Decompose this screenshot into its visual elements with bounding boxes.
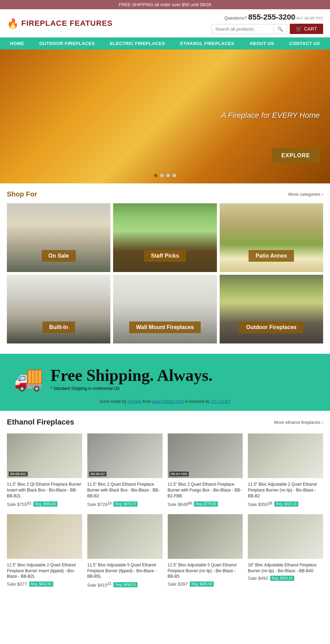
reg-price-badge: Reg. $452.50 [29, 581, 53, 587]
credit-site-link[interactable]: www.flaticon.com [152, 399, 184, 404]
truck-icon: 🚚 [14, 364, 44, 392]
flame-icon: 🔥 [7, 18, 19, 29]
category-label-builtin: Built-In [42, 321, 75, 333]
product-image [168, 514, 243, 559]
nav-outdoor[interactable]: OUTDOOR FIREPLACES [32, 37, 102, 49]
search-form[interactable]: 🔍 [211, 24, 287, 34]
shipping-heading: Free Shipping. Always. [51, 366, 212, 385]
sale-price: Sale $377 [7, 581, 27, 587]
category-patio[interactable]: Patio Annex [220, 203, 323, 272]
shipping-credit: Icons made by Freepik from www.flaticon.… [14, 399, 316, 404]
nav-home[interactable]: HOME [2, 37, 32, 49]
banner-text: FREE SHIPPING all order over $50 until 0… [119, 2, 211, 7]
product-card[interactable]: 11.5" Bloc Adjustable 2 Quart Ethanol Fi… [7, 514, 82, 588]
sale-price: Sale $397 [168, 581, 188, 587]
main-nav: HOME OUTDOOR FIREPLACES ELECTRIC FIREPLA… [0, 37, 330, 49]
shipping-note: * Standard Shipping in continental US [51, 386, 212, 391]
search-input[interactable] [212, 24, 274, 34]
sale-price: Sale $492 [248, 576, 268, 581]
credit-license-link[interactable]: CC 3.0 BY [211, 399, 230, 404]
hero-banner: A Fireplace for EVERY Home EXPLORE [0, 49, 330, 183]
dot-3[interactable] [166, 174, 170, 177]
sale-price: Sale $64999 [168, 501, 192, 507]
logo-text: Fireplace Features [21, 19, 113, 28]
hero-tagline: A Fireplace for EVERY Home [221, 111, 320, 120]
phone-number: 855-255-3200 [248, 13, 295, 21]
category-staff-picks[interactable]: Staff Picks [113, 203, 217, 272]
hero-dots [154, 174, 176, 177]
category-builtin[interactable]: Built-In [7, 275, 110, 343]
product-prices: Sale $72819Reg. $873.79 [87, 501, 163, 507]
shipping-banner: 🚚 Free Shipping. Always. * Standard Ship… [0, 354, 330, 411]
credit-author-link[interactable]: Freepik [128, 399, 141, 404]
category-outdoor[interactable]: Outdoor Fireplaces [220, 275, 323, 343]
shop-heading: Shop For [7, 190, 37, 198]
product-card[interactable]: BB-BB-B211.5" Bloc 2 Quart Ethanol Firep… [87, 433, 163, 507]
search-button[interactable]: 🔍 [274, 24, 287, 34]
product-image [248, 514, 323, 559]
reg-price-badge: Reg. $485.50 [190, 581, 214, 587]
category-on-sale[interactable]: On Sale [7, 203, 110, 272]
sale-price: Sale $75553 [7, 501, 31, 507]
product-card[interactable]: BB-BB-B2L11.5" Bloc 2 Qt Ethanol Firepla… [7, 433, 82, 507]
category-label-wall-mount: Wall Mount Fireplaces [129, 321, 201, 333]
product-card[interactable]: 11.5" Bloc Adjustable 5 Quart Ethanol Fi… [87, 514, 163, 588]
dot-1[interactable] [154, 174, 157, 177]
product-card[interactable]: 11.5" Bloc Adjustable 5 Quart Ethanol Fi… [168, 514, 243, 588]
credit-prefix: Icons made by [100, 399, 126, 404]
header: 🔥 Fireplace Features Questions? 855-255-… [0, 9, 330, 37]
cart-label: CART [304, 26, 317, 32]
product-card[interactable]: BB-B2-FBB11.5" Bloc 2 Quart Ethanol Fire… [168, 433, 243, 507]
header-actions: 🔍 🛒 CART [211, 24, 323, 34]
nav-about[interactable]: ABOUT US [242, 37, 282, 49]
product-image [7, 514, 82, 559]
reg-price-badge: Reg. $906.69 [33, 501, 57, 507]
nav-contact[interactable]: CONTACT US [282, 37, 328, 49]
ethanol-header: Ethanol Fireplaces More ethanol fireplac… [7, 418, 323, 427]
dot-4[interactable] [173, 174, 176, 177]
product-prices: Sale $75553Reg. $906.69 [7, 501, 82, 507]
category-label-patio: Patio Annex [249, 250, 294, 262]
logo[interactable]: 🔥 Fireplace Features [7, 18, 113, 29]
cart-icon: 🛒 [296, 26, 302, 32]
product-name: 11.5" Bloc Adjustable 5 Quart Ethanol Fi… [168, 562, 243, 579]
product-image [87, 514, 163, 559]
dot-2[interactable] [160, 174, 164, 177]
shop-header: Shop For More categories › [7, 190, 323, 198]
category-label-outdoor: Outdoor Fireplaces [239, 321, 304, 333]
category-wall-mount[interactable]: Wall Mount Fireplaces [113, 275, 217, 343]
product-prices: Sale $41521Reg. $499.25 [87, 581, 163, 588]
product-prices: Sale $64999Reg. $779.99 [168, 501, 243, 507]
phone-line: Questions? 855-255-3200 M-F 9A-6P PST [224, 13, 323, 22]
reg-price-badge: Reg. $421.19 [274, 501, 298, 507]
product-image: BB-BB-B2 [87, 433, 163, 478]
shipping-content: 🚚 Free Shipping. Always. * Standard Ship… [14, 364, 316, 392]
nav-ethanol[interactable]: ETHANOL FIREPLACES [173, 37, 242, 49]
product-prices: Sale $397Reg. $485.50 [168, 581, 243, 587]
shipping-text-group: Free Shipping. Always. * Standard Shippi… [51, 366, 212, 391]
product-badge: BB-B2-FBB [169, 472, 189, 476]
nav-electric[interactable]: ELECTRIC FIREPLACES [102, 37, 173, 49]
phone-label: Questions? [224, 15, 247, 21]
product-image [248, 433, 323, 478]
product-prices: Sale $35039Reg. $421.19 [248, 501, 323, 507]
product-grid-row2: 11.5" Bloc Adjustable 2 Quart Ethanol Fi… [7, 514, 323, 588]
product-badge: BB-BB-B2L [9, 472, 28, 476]
reg-price-badge: Reg. $779.99 [194, 501, 218, 507]
header-right: Questions? 855-255-3200 M-F 9A-6P PST 🔍 … [211, 13, 323, 34]
category-label-staff-picks: Staff Picks [144, 250, 186, 262]
cart-button[interactable]: 🛒 CART [290, 24, 323, 34]
reg-price-badge: Reg. $590.20 [270, 576, 294, 581]
product-badge: BB-BB-B2 [89, 472, 107, 476]
ethanol-heading: Ethanol Fireplaces [7, 418, 74, 427]
ethanol-section: Ethanol Fireplaces More ethanol fireplac… [0, 411, 330, 601]
product-grid-row1: BB-BB-B2L11.5" Bloc 2 Qt Ethanol Firepla… [7, 433, 323, 507]
product-card[interactable]: 16" Bloc Adjustable Ethanol Fireplace Bu… [248, 514, 323, 588]
product-prices: Sale $377Reg. $452.50 [7, 581, 82, 587]
explore-button[interactable]: EXPLORE [272, 148, 320, 163]
more-categories-link[interactable]: More categories › [288, 192, 323, 197]
product-card[interactable]: 11.5" Bloc Adjustable 2 Quart Ethanol Fi… [248, 433, 323, 507]
product-prices: Sale $492Reg. $590.20 [248, 576, 323, 581]
top-banner: FREE SHIPPING all order over $50 until 0… [0, 0, 330, 9]
more-ethanol-link[interactable]: More ethanol fireplaces › [274, 420, 323, 425]
